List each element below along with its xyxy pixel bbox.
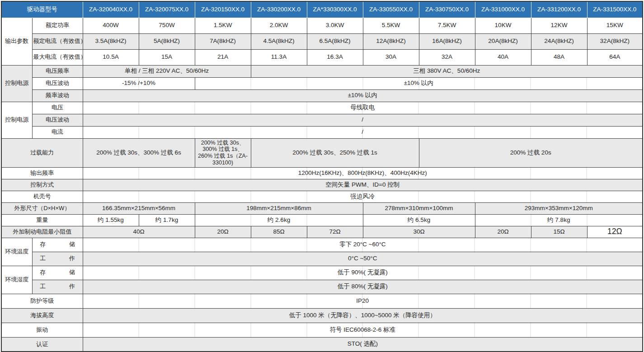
value-cell: 1.5KW: [195, 18, 251, 33]
row-label-cell: 电压波动: [32, 114, 83, 126]
row-brake-resistor: 外加制动电阻最小阻值 40Ω 20Ω 85Ω 72Ω 30Ω 20Ω 15Ω 1…: [1, 226, 643, 238]
row-label-cell: 输出频率: [1, 167, 83, 179]
row-current: 电流 /: [1, 126, 643, 138]
value-cell: 符号 IEC60068-2-6 标准: [83, 323, 643, 337]
model-header: ZA-331500XX.0: [587, 1, 643, 18]
row-label-cell: 电压: [32, 102, 83, 114]
row-voltage-fluctuation-2: 电压波动 /: [1, 114, 643, 126]
row-control-mode: 控制方式 空间矢量 PWM、ID=0 控制: [1, 179, 643, 191]
row-rated-current: 额定电流（有效值） 3.5A(8kHZ) 5A(8kHZ) 7A(8kHZ) 4…: [1, 33, 643, 49]
value-cell: 零下 20°C ~60°C: [83, 238, 643, 252]
value-cell: 7.5KW: [419, 18, 475, 33]
value-cell: 低于 80%( 无凝露): [83, 280, 643, 294]
value-cell: 低于 1000 米（无降容）、1000~5000 米（降容使用）: [83, 308, 643, 323]
value-cell: 三相 380V AC、50/60Hz: [251, 65, 643, 77]
row-label-cell: 最大电流（有效值）: [32, 49, 83, 65]
value-cell: 15KW: [587, 18, 643, 33]
row-voltage-fluctuation: 电压波动 -15% /+10% ±10% 以内: [1, 77, 643, 89]
value-cell: 293mm×353mm×120mm: [475, 202, 643, 214]
row-label-cell: 认证: [1, 337, 83, 352]
row-protection-rating: 防护等级 IP20: [1, 294, 643, 308]
value-cell: 母线取电: [83, 102, 643, 114]
value-cell: 20Ω: [195, 226, 251, 238]
value-cell: 约 7.8kg: [475, 214, 643, 226]
row-case-cooling: 机壳号 强迫风冷: [1, 191, 643, 202]
row-label-cell: 电压波动: [32, 77, 83, 89]
value-cell: 12KW: [531, 18, 587, 33]
value-cell: 约 6.5kg: [363, 214, 475, 226]
value-cell: 16A(8kHZ): [419, 33, 475, 49]
value-cell: 约 2.6kg: [195, 214, 363, 226]
row-output-frequency: 输出频率 1200Hz(16KHz)、800Hz(8KHz)、400Hz(4KH…: [1, 167, 643, 179]
row-overload-capacity: 过载能力 200% 过载 30s、300% 过载 6s 200% 过载 30s、…: [1, 138, 643, 167]
value-cell: 24A(8kHZ): [531, 33, 587, 49]
row-label-cell: 电流: [32, 126, 83, 138]
model-header: ZA-330550XX.0: [363, 1, 419, 18]
row-voltage-frequency: 控制电源 电压频率 单相 / 三相 220V AC、50/60Hz 三相 380…: [1, 65, 643, 77]
row-label-cell: 电压频率: [32, 65, 83, 77]
value-cell: 40A: [475, 49, 531, 65]
row-label-cell: 外形尺寸（D×H×W）: [1, 202, 83, 214]
model-header: ZA-331200XX.0: [531, 1, 587, 18]
row-max-current: 最大电流（有效值） 10.5A 15A 21A 11.3A 16.3A 30A …: [1, 49, 643, 65]
model-header: ZA-320075XX.0: [139, 1, 195, 18]
value-cell: 200% 过载 20s: [419, 138, 643, 167]
model-header: ZA-320040XX.0: [83, 1, 139, 18]
value-cell: 单相 / 三相 220V AC、50/60Hz: [83, 65, 251, 77]
row-temp-storage: 环境温度 存 储 零下 20°C ~60°C: [1, 238, 643, 252]
value-cell: 1200Hz(16KHz)、800Hz(8KHz)、400Hz(4KHz): [83, 167, 643, 179]
group-label-cell: 输出参数: [1, 18, 32, 65]
row-label-cell: 控制方式: [1, 179, 83, 191]
value-cell: ±10% 以内: [83, 89, 643, 102]
row-label-cell: 机壳号: [1, 191, 83, 202]
value-cell: 64A: [587, 49, 643, 65]
value-cell: 5A(8kHZ): [139, 33, 195, 49]
value-cell: 0°C ~50°C: [83, 252, 643, 266]
row-label-cell: 防护等级: [1, 294, 83, 308]
model-header: ZA-330750XX.0: [419, 1, 475, 18]
group-label-cell: 环境温度: [1, 238, 32, 266]
value-cell: 空间矢量 PWM、ID=0 控制: [83, 179, 643, 191]
value-cell: 2.0KW: [251, 18, 307, 33]
row-label-cell: 重量: [1, 214, 83, 226]
value-cell: 30A: [363, 49, 419, 65]
value-cell: 15Ω: [531, 226, 587, 238]
group-label-cell: 控制电源: [1, 102, 32, 138]
row-label-cell: 海拔高度: [1, 308, 83, 323]
value-cell: 20Ω: [475, 226, 531, 238]
value-cell: 6.5A(8kHZ): [307, 33, 363, 49]
value-cell: 200% 过载 30s、300% 过载 6s: [83, 138, 195, 167]
model-header: ZA-330200XX.0: [251, 1, 307, 18]
value-cell: 400W: [83, 18, 139, 33]
value-cell: 166.35mm×215mm×56mm: [83, 202, 195, 214]
value-cell: 低于 90%( 无凝露): [83, 266, 643, 280]
row-label-cell: 工 作: [32, 280, 83, 294]
row-label-cell: 频率波动: [32, 89, 83, 102]
value-cell: ±10% 以内: [195, 77, 643, 89]
row-voltage: 控制电源 电压 母线取电: [1, 102, 643, 114]
value-cell: 198mm×215mm×86mm: [195, 202, 363, 214]
value-cell: 32A(8kHZ): [587, 33, 643, 49]
row-temp-working: 工 作 0°C ~50°C: [1, 252, 643, 266]
row-certification: 认证 STO( 选配): [1, 337, 643, 352]
row-humidity-storage: 环境湿度 存 储 低于 90%( 无凝露): [1, 266, 643, 280]
row-rated-power: 输出参数 额定功率 400W 750W 1.5KW 2.0KW 3.0KW 5.…: [1, 18, 643, 33]
row-vibration: 振动 符号 IEC60068-2-6 标准: [1, 323, 643, 337]
row-label-cell: 存 储: [32, 238, 83, 252]
value-cell: 30Ω: [363, 226, 475, 238]
model-header: ZA-320150XX.0: [195, 1, 251, 18]
value-cell: -15% /+10%: [83, 77, 195, 89]
value-cell: 750W: [139, 18, 195, 33]
value-cell: 3.0KW: [307, 18, 363, 33]
row-label-cell: 过载能力: [1, 138, 83, 167]
value-cell: 12A(8kHZ): [363, 33, 419, 49]
row-label-cell: 存 储: [32, 266, 83, 280]
value-cell: 21A: [195, 49, 251, 65]
row-label-cell: 振动: [1, 323, 83, 337]
value-cell: 16.3A: [307, 49, 363, 65]
group-label-cell: 控制电源: [1, 65, 32, 102]
row-label-cell: 额定电流（有效值）: [32, 33, 83, 49]
value-cell: 85Ω: [251, 226, 307, 238]
value-cell: IP20: [83, 294, 643, 308]
value-cell: 20A(8kHZ): [475, 33, 531, 49]
